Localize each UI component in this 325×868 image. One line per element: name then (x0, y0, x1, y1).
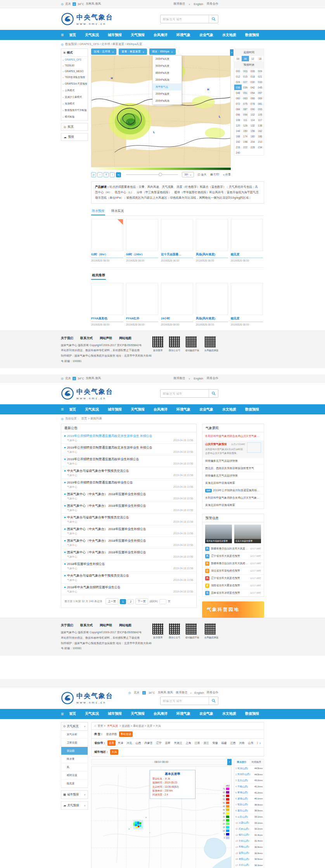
news-list-item[interactable]: 2019年公开招聘全日制普通应届高校毕业生公告 气象中心 2019-04-16 … (61, 479, 196, 490)
valid-time-cell[interactable]: 120 (234, 123, 242, 128)
link-weibo-wechat[interactable]: 微博微信 (173, 376, 185, 380)
news-sidebar-item[interactable]: 西北部、西南部及东南部有较强雨雪天气 (202, 464, 264, 472)
news-title[interactable]: 国家气象中心（中央气象台） 2018年应届毕业生补招公告 (64, 504, 193, 508)
valid-time-cell[interactable]: 033 (256, 79, 264, 85)
valid-time-cell[interactable]: 105 (256, 112, 264, 117)
valid-time-cell[interactable]: 210 (256, 139, 264, 144)
valid-time-cell[interactable]: 024 (234, 79, 242, 85)
site-logo[interactable]: 中央气象台 www.nmc.cn (61, 387, 113, 400)
pause-button[interactable]: Ⅱ (104, 172, 109, 177)
station-row[interactable]: 4 平顺(山西) 41.2mm (234, 784, 264, 790)
product-thumbnail[interactable]: 能见度 20190526 08:00 (231, 219, 263, 262)
filter-dropdown[interactable]: 要素：垂直速度 ∨ (119, 49, 147, 55)
valid-time-cell[interactable]: 063 (242, 95, 249, 101)
valid-time-cell[interactable]: 117 (256, 117, 264, 123)
news-title[interactable]: 2018年中央气象台招聘应届毕业生公告 (64, 585, 193, 589)
page-number-button[interactable]: 2 (128, 599, 134, 604)
link-english[interactable]: English (194, 377, 203, 380)
nav-item[interactable]: 天气实况 (85, 33, 99, 38)
sidebar-collapsed-section[interactable]: ▦ 城市预报 ∨ (61, 790, 88, 799)
valid-time-cell[interactable]: 015 (242, 74, 249, 79)
precip-tab[interactable]: 降水实况 (111, 208, 124, 215)
thumbnail-title[interactable]: 风场(风向速度) (196, 253, 228, 256)
filter-dropdown[interactable]: 区域：北半球 ∨ (91, 49, 116, 55)
last-frame-button[interactable]: »| (116, 172, 121, 177)
thumbnail-title[interactable]: FY4A红外 (126, 317, 158, 321)
nav-item[interactable]: 环境气象 (176, 711, 190, 716)
filter-dropdown[interactable]: 层次：850hpa ∨ (149, 49, 176, 55)
station-name-link[interactable]: 沁县(山西) (237, 815, 254, 819)
valid-time-cell[interactable]: 126 (242, 123, 249, 128)
thumbnail-image[interactable] (126, 283, 158, 315)
valid-time-cell[interactable]: 216 (234, 144, 242, 150)
nav-item[interactable]: 水文地质 (222, 33, 236, 38)
nav-item[interactable]: 天气实况 (85, 407, 99, 412)
layer-menu-item[interactable]: 500hPa高度 (153, 62, 182, 69)
hot-news-item[interactable]: 水利部和中国气象局联合发布山洪灾害气象预… (202, 432, 264, 439)
footer-link[interactable]: 联系方式 (80, 623, 93, 627)
init-time-cell[interactable]: 00 (234, 56, 242, 61)
thumbnail-image[interactable] (231, 219, 263, 251)
search-input[interactable] (161, 15, 209, 23)
valid-time-cell[interactable]: 162 (256, 128, 264, 133)
thumbnail-title[interactable]: 能见度 (231, 253, 263, 256)
news-title[interactable]: 2018年应届毕业生补招公告 (64, 562, 193, 566)
station-name-link[interactable]: 沁源(山西) (239, 821, 254, 825)
search-input[interactable] (161, 697, 209, 705)
precip-tab[interactable]: 降水预报 (91, 208, 105, 215)
thumbnail-image[interactable] (161, 219, 193, 251)
nav-item[interactable]: 城市预报 (108, 33, 122, 38)
link-weibo-wechat[interactable]: 微博微信 (173, 2, 185, 6)
nav-item[interactable]: 天气预报 (131, 711, 145, 716)
valid-time-cell[interactable]: 084 (234, 106, 242, 112)
first-frame-button[interactable]: |« (91, 172, 96, 177)
speed-select[interactable]: 3秒 ∨ (182, 172, 194, 177)
footer-link[interactable]: 网站地图 (119, 623, 131, 627)
news-title[interactable]: 2019年公开招聘全日制普通应届高校毕业生公告 (64, 480, 193, 485)
station-name-link[interactable]: 太谷(山西) (239, 863, 254, 867)
layer-menu-item[interactable]: 200hPa风场 (153, 97, 182, 104)
valid-time-cell[interactable]: 087 (242, 106, 249, 112)
station-row[interactable]: 10 沁源(山西) 33.1mm (234, 820, 264, 826)
warning-text[interactable]: 新疆维吾尔自治区发布大风橙色预警 (211, 561, 249, 565)
thumbnail-title[interactable]: 风场(风向速度) (196, 317, 228, 321)
warning-text[interactable]: 湖南省发布大雾黄色预警 (211, 584, 249, 587)
valid-time-cell[interactable]: 168 (234, 133, 242, 139)
station-row[interactable]: 3 壶关(山西) 43.2mm (234, 778, 264, 784)
prev-frame-button[interactable]: ‹ (97, 172, 102, 177)
related-thumbnail[interactable]: 能见度 20190526 08:00 (231, 283, 263, 326)
sidebar-item[interactable]: 能见度 (61, 780, 88, 788)
thumbnail-title[interactable]: 02时（6hr） (91, 253, 123, 256)
slider-handle[interactable] (159, 173, 162, 176)
province-option[interactable]: 内蒙古 (143, 740, 154, 746)
expand-panel-button[interactable]: › (227, 759, 232, 765)
init-time-cell[interactable]: 18 (256, 56, 264, 61)
city-option[interactable]: 大兴 (110, 749, 118, 755)
province-option[interactable]: 湖北 (256, 740, 258, 746)
layer-menu-item[interactable]: 200hPa风场 (153, 76, 182, 83)
sidebar-item-model[interactable]: 台风模式 (61, 87, 88, 94)
valid-time-cell[interactable]: 003 (242, 68, 249, 74)
valid-time-cell[interactable]: 102 (249, 112, 256, 117)
footer-link[interactable]: 网站地图 (119, 336, 131, 340)
valid-time-cell[interactable]: 108 (234, 117, 242, 123)
page-number-button[interactable]: 1 (120, 599, 126, 604)
warning-text[interactable]: 辽宁省发布大风蓝色预警 (211, 576, 249, 580)
valid-time-cell[interactable]: 180 (249, 133, 256, 139)
valid-time-cell[interactable]: 192 (234, 139, 242, 144)
station-name-link[interactable]: 昔阳(山西) (239, 851, 254, 855)
valid-time-cell[interactable]: 099 (242, 112, 249, 117)
valid-time-cell[interactable]: 186 (256, 133, 264, 139)
province-option[interactable]: 江苏 (193, 740, 201, 746)
valid-time-cell[interactable]: 036 (234, 85, 242, 90)
station-name-link[interactable]: 寿阳(山西) (239, 858, 254, 861)
valid-time-cell[interactable]: 048 (234, 90, 242, 95)
warning-list-item[interactable]: 雹 吉林省发布冰雹蓝色预警 12/17 08时 (202, 589, 264, 596)
province-option[interactable]: 山东 (247, 740, 255, 746)
station-row[interactable]: 17 太谷(山西) 30.3mm (234, 862, 264, 868)
valid-time-cell[interactable]: 204 (249, 139, 256, 144)
province-option[interactable]: 吉林 (164, 740, 172, 746)
prev-page-button[interactable]: 上一页 (105, 598, 118, 605)
featured-title[interactable]: 山洪灾害气象预报 (205, 442, 227, 446)
valid-time-cell[interactable]: 234 (256, 144, 264, 150)
